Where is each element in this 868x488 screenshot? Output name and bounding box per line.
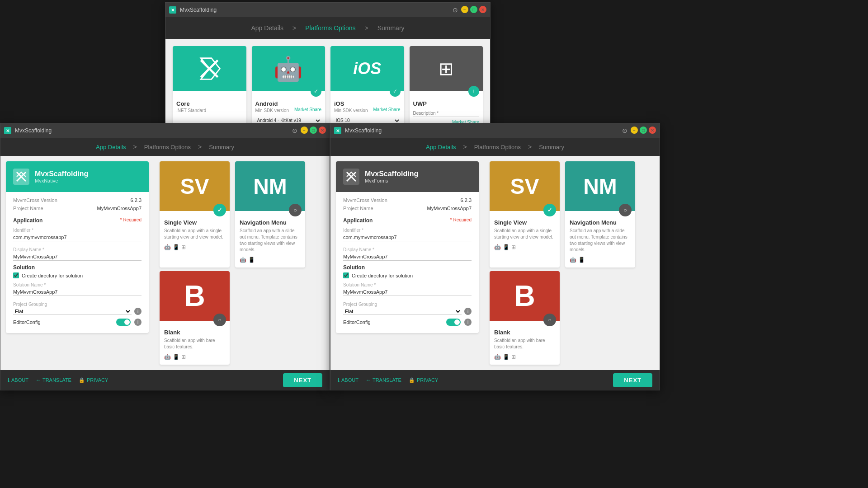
br-footer: ℹ ABOUT ↔ TRANSLATE 🔒 PRIVACY NEXT: [330, 370, 660, 390]
github-button[interactable]: ⊙: [451, 6, 459, 14]
bl-identifier-input[interactable]: [13, 234, 142, 241]
br-template-nav-menu[interactable]: NM ○ Navigation Menu Scaffold an app wit…: [565, 161, 635, 267]
step-summary[interactable]: Summary: [377, 24, 405, 32]
bl-step-platforms[interactable]: Platforms Options: [144, 144, 191, 150]
br-template-blank[interactable]: B ○ Blank Scaffold an app with bare basi…: [490, 271, 560, 365]
br-next-button[interactable]: NEXT: [613, 373, 652, 387]
br-editor-config-toggle[interactable]: [446, 319, 461, 326]
br-privacy-link[interactable]: 🔒 PRIVACY: [409, 377, 438, 383]
bl-sv-win-icon: ⊞: [181, 244, 186, 250]
bl-display-name-label: Display Name *: [13, 247, 44, 252]
bl-b-letter: B: [184, 279, 205, 313]
br-display-name-input[interactable]: [343, 253, 472, 261]
br-create-dir-checkbox[interactable]: [343, 272, 349, 278]
br-identifier-input[interactable]: [343, 234, 472, 241]
bl-b-desc: Scaffold an app with bare basic features…: [164, 338, 225, 350]
br-max-btn[interactable]: □: [640, 127, 647, 134]
bl-privacy-link[interactable]: 🔒 PRIVACY: [79, 377, 108, 383]
br-translate-label: TRANSLATE: [373, 377, 401, 383]
bl-github-btn[interactable]: ⊙: [291, 127, 299, 135]
br-step-app-details[interactable]: App Details: [426, 144, 456, 150]
ios-name: iOS: [334, 100, 401, 107]
br-template-single-view[interactable]: SV ✓ Single View Scaffold an app with a …: [490, 161, 560, 267]
br-app-icon: ✕: [334, 127, 341, 134]
br-privacy-icon: 🔒: [409, 377, 415, 383]
bl-sv-ios-icon: 📱: [173, 244, 179, 250]
uwp-check-badge: +: [468, 86, 479, 97]
br-about-link[interactable]: ℹ ABOUT: [338, 377, 359, 383]
bl-window-title: MvxScaffolding: [15, 127, 287, 134]
bl-nm-android-icon: 🤖: [240, 257, 246, 263]
bl-grouping-select[interactable]: Flat: [13, 308, 132, 315]
bl-grouping-group: Project Grouping Flat i: [13, 300, 142, 315]
bl-sep1: >: [133, 143, 137, 150]
bl-b-win-icon: ⊞: [181, 354, 186, 360]
maximize-button[interactable]: □: [470, 6, 477, 13]
bl-mvvm-value: 6.2.3: [131, 197, 142, 203]
bl-create-dir-checkbox[interactable]: [13, 272, 19, 278]
ios-header: iOS ✓: [330, 46, 404, 91]
bl-mvvm-label: MvvmCross Version: [13, 197, 57, 203]
br-min-btn[interactable]: −: [631, 127, 638, 134]
step-sep-2: >: [364, 24, 368, 32]
br-b-body: Blank Scaffold an app with bare basic fe…: [490, 321, 560, 365]
br-translate-link[interactable]: ↔ TRANSLATE: [366, 377, 401, 383]
br-create-dir-row: Create directory for solution: [343, 272, 472, 278]
bl-template-blank[interactable]: B ○ Blank Scaffold an app with bare basi…: [160, 271, 230, 365]
bl-max-btn[interactable]: □: [310, 127, 317, 134]
br-mvvm-value: 6.2.3: [461, 197, 472, 203]
bl-min-btn[interactable]: −: [301, 127, 308, 134]
bl-sep2: >: [198, 143, 202, 150]
bl-translate-link[interactable]: ↔ TRANSLATE: [36, 377, 71, 383]
bottom-right-window: ✕ MvxScaffolding ⊙ − □ ✕ App Details > P…: [330, 123, 660, 390]
bl-template-single-view[interactable]: SV ✓ Single View Scaffold an app with a …: [160, 161, 230, 267]
bl-editor-config-label: EditorConfig: [13, 319, 113, 325]
bl-b-ios-icon: 📱: [173, 354, 179, 360]
bl-next-button[interactable]: NEXT: [283, 373, 322, 387]
br-step-platforms[interactable]: Platforms Options: [474, 144, 521, 150]
bl-identifier-label: Identifier *: [13, 228, 33, 233]
ios-logo-text: iOS: [353, 59, 381, 78]
br-grouping-label: Project Grouping: [343, 302, 377, 307]
br-grouping-select[interactable]: Flat: [343, 308, 462, 315]
br-close-btn[interactable]: ✕: [649, 127, 656, 134]
br-nm-ios-icon: 📱: [578, 257, 585, 263]
android-market-share[interactable]: Market Share: [294, 107, 321, 113]
bl-about-icon: ℹ: [8, 377, 9, 383]
br-grouping-info-icon[interactable]: i: [464, 308, 472, 315]
br-solution-name-input[interactable]: [343, 288, 472, 296]
step-platforms-options[interactable]: Platforms Options: [305, 24, 355, 32]
bl-grouping-select-row: Flat i: [13, 308, 142, 315]
bl-step-app-details[interactable]: App Details: [96, 144, 126, 150]
bl-grouping-info-icon[interactable]: i: [134, 308, 142, 315]
bl-close-btn[interactable]: ✕: [319, 127, 326, 134]
close-button[interactable]: ✕: [479, 6, 486, 13]
bl-display-name-group: Display Name *: [13, 245, 142, 261]
bl-b-android-icon: 🤖: [164, 354, 171, 360]
bl-step-summary[interactable]: Summary: [209, 144, 234, 150]
uwp-header: ⊞ +: [410, 46, 483, 91]
br-step-summary[interactable]: Summary: [539, 144, 564, 150]
bl-solution-name-input[interactable]: [13, 288, 142, 296]
br-app-sub: MvxForms: [365, 178, 418, 183]
bl-template-nav-menu[interactable]: NM ○ Navigation Menu Scaffold an app wit…: [235, 161, 305, 267]
uwp-desc-input[interactable]: [413, 110, 480, 117]
br-github-btn[interactable]: ⊙: [621, 127, 629, 135]
step-app-details[interactable]: App Details: [251, 24, 283, 32]
android-logo-icon: 🤖: [274, 55, 303, 83]
bl-app-sub: MvxNative: [35, 178, 88, 183]
bl-sv-letter: SV: [180, 174, 209, 199]
main-window-title: MvxScaffolding: [180, 7, 448, 13]
br-sv-win-icon: ⊞: [511, 244, 516, 250]
core-logo-icon: [197, 56, 222, 81]
br-editor-config-info[interactable]: i: [464, 319, 472, 326]
minimize-button[interactable]: −: [461, 6, 468, 13]
bl-display-name-input[interactable]: [13, 253, 142, 261]
br-app-body: MvvmCross Version 6.2.3 Project Name MyM…: [336, 192, 479, 333]
bl-editor-config-info[interactable]: i: [134, 319, 142, 326]
bl-about-label: ABOUT: [11, 377, 28, 383]
br-sv-name: Single View: [494, 219, 555, 226]
bl-about-link[interactable]: ℹ ABOUT: [8, 377, 28, 383]
ios-market-share[interactable]: Market Share: [373, 107, 400, 113]
bl-editor-config-toggle[interactable]: [116, 319, 131, 326]
